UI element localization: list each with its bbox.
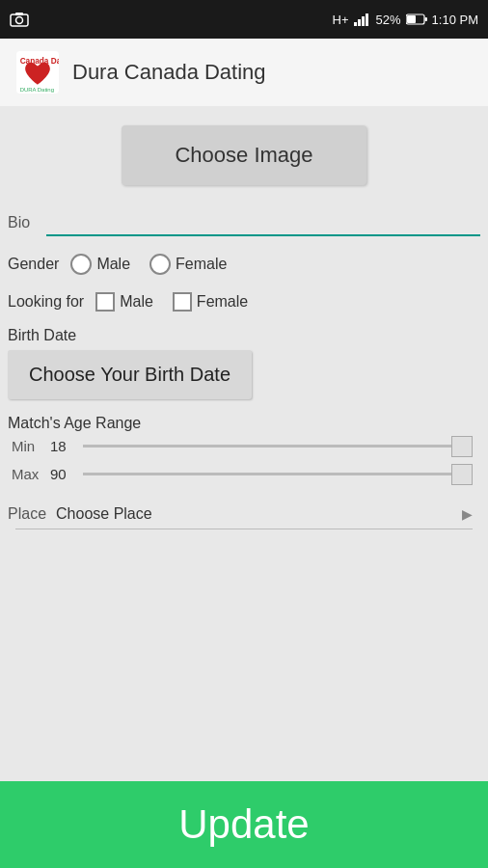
battery-icon — [406, 14, 427, 25]
looking-male-label: Male — [120, 293, 153, 311]
bio-input[interactable] — [46, 209, 480, 236]
looking-male-checkbox[interactable] — [95, 292, 115, 312]
status-bar-left — [10, 12, 29, 27]
looking-for-row: Looking for Male Female — [0, 288, 488, 315]
main-content: Choose Image Bio Gender Male Female Look… — [0, 106, 488, 533]
looking-for-label: Looking for — [8, 293, 84, 311]
min-slider-track[interactable] — [83, 445, 473, 448]
choose-image-button[interactable]: Choose Image — [122, 125, 366, 185]
min-value: 18 — [50, 438, 79, 454]
max-value: 90 — [50, 466, 79, 482]
logo-svg: Canada Dating DURA Dating Network — [16, 51, 59, 94]
bio-container: Bio — [0, 209, 488, 236]
choose-birth-date-button[interactable]: Choose Your Birth Date — [8, 350, 252, 399]
svg-rect-3 — [354, 22, 357, 26]
looking-female-label: Female — [197, 293, 248, 311]
birth-date-label: Birth Date — [8, 327, 480, 344]
gender-female-option[interactable]: Female — [149, 254, 227, 275]
choose-image-container: Choose Image — [0, 125, 488, 185]
looking-male-option[interactable]: Male — [95, 292, 153, 312]
app-title: Dura Canada Dating — [72, 60, 266, 85]
svg-text:DURA Dating: DURA Dating — [20, 87, 54, 93]
min-slider-row: Min 18 — [8, 438, 480, 454]
gender-label: Gender — [8, 256, 59, 273]
min-label: Min — [12, 438, 50, 454]
signal-icon — [354, 13, 371, 26]
bio-label: Bio — [8, 214, 37, 231]
svg-rect-2 — [15, 13, 23, 15]
birth-date-section: Birth Date Choose Your Birth Date — [0, 323, 488, 403]
max-slider-row: Max 90 — [8, 466, 480, 482]
status-bar: H+ 52% 1:10 PM — [0, 0, 488, 39]
place-label: Place — [8, 505, 46, 523]
svg-rect-9 — [424, 17, 427, 21]
update-button-label: Update — [178, 801, 309, 848]
gender-male-option[interactable]: Male — [70, 254, 130, 275]
svg-rect-4 — [358, 19, 361, 26]
gender-row: Gender Male Female — [0, 246, 488, 283]
place-divider — [15, 529, 473, 529]
age-range-title: Match's Age Range — [8, 415, 480, 432]
gender-male-label: Male — [96, 256, 130, 273]
gender-male-radio[interactable] — [70, 254, 92, 275]
place-arrow-icon: ▶ — [462, 506, 473, 522]
svg-text:Canada Dating: Canada Dating — [20, 57, 59, 66]
app-bar: Canada Dating DURA Dating Network Dura C… — [0, 39, 488, 106]
gender-female-label: Female — [176, 256, 227, 273]
update-button-container[interactable]: Update — [0, 781, 488, 868]
camera-icon — [10, 12, 29, 27]
max-slider-track[interactable] — [83, 473, 473, 475]
gender-female-radio[interactable] — [149, 254, 171, 275]
battery-text: 52% — [376, 13, 401, 27]
max-slider-thumb[interactable] — [451, 464, 473, 485]
network-type: H+ — [333, 13, 349, 27]
svg-point-1 — [16, 17, 23, 24]
max-label: Max — [12, 466, 50, 482]
place-row[interactable]: Place Choose Place ▶ — [8, 505, 480, 523]
looking-female-option[interactable]: Female — [173, 292, 248, 312]
svg-rect-5 — [362, 16, 365, 26]
looking-female-checkbox[interactable] — [173, 292, 192, 312]
status-bar-right: H+ 52% 1:10 PM — [333, 13, 478, 27]
place-value: Choose Place — [56, 505, 152, 523]
place-section: Place Choose Place ▶ — [0, 502, 488, 533]
time-display: 1:10 PM — [432, 13, 478, 27]
min-slider-thumb[interactable] — [451, 436, 473, 457]
app-logo: Canada Dating DURA Dating Network — [14, 49, 61, 95]
age-range-section: Match's Age Range Min 18 Max 90 — [0, 407, 488, 502]
svg-rect-6 — [366, 14, 368, 26]
svg-rect-8 — [407, 15, 416, 23]
